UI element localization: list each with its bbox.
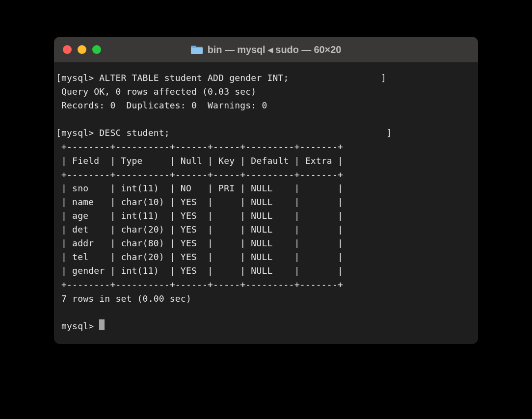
table-row: | tel | char(20) | YES | | NULL | | [61,252,343,262]
close-button[interactable] [63,45,72,54]
minimize-button[interactable] [78,45,86,54]
bracket-close: ] [381,73,386,83]
prompt: mysql> [61,128,94,138]
command-alter: ALTER TABLE student ADD gender INT; [99,73,289,83]
terminal-window: bin — mysql ◂ sudo — 60×20 [mysql> ALTER… [54,37,478,344]
bracket-close: ] [386,128,392,138]
table-row: | det | char(20) | YES | | NULL | | [61,224,343,235]
table-border: +--------+----------+------+-----+------… [61,169,343,180]
output-records: Records: 0 Duplicates: 0 Warnings: 0 [61,100,267,110]
bracket-open: [ [56,128,61,138]
prompt: mysql> [61,321,94,331]
table-row: | age | int(11) | YES | | NULL | | [61,210,343,221]
table-border: +--------+----------+------+-----+------… [61,279,343,289]
table-header: | Field | Type | Null | Key | Default | … [61,156,343,166]
table-row: | sno | int(11) | NO | PRI | NULL | | [61,183,343,193]
folder-icon [191,45,203,54]
command-desc: DESC student; [99,128,169,138]
cursor [99,319,105,330]
terminal-body[interactable]: [mysql> ALTER TABLE student ADD gender I… [54,62,478,344]
maximize-button[interactable] [92,45,101,54]
title-content: bin — mysql ◂ sudo — 60×20 [54,44,478,55]
traffic-lights [63,45,101,54]
window-title: bin — mysql ◂ sudo — 60×20 [208,44,341,55]
output-query-ok: Query OK, 0 rows affected (0.03 sec) [61,86,256,97]
table-row: | addr | char(80) | YES | | NULL | | [61,238,343,248]
table-border: +--------+----------+------+-----+------… [61,141,343,152]
table-row: | gender | int(11) | YES | | NULL | | [61,265,343,276]
output-summary: 7 rows in set (0.00 sec) [61,293,191,304]
table-row: | name | char(10) | YES | | NULL | | [61,197,343,207]
bracket-open: [ [56,73,61,83]
title-bar: bin — mysql ◂ sudo — 60×20 [54,37,478,62]
prompt: mysql> [61,73,94,83]
